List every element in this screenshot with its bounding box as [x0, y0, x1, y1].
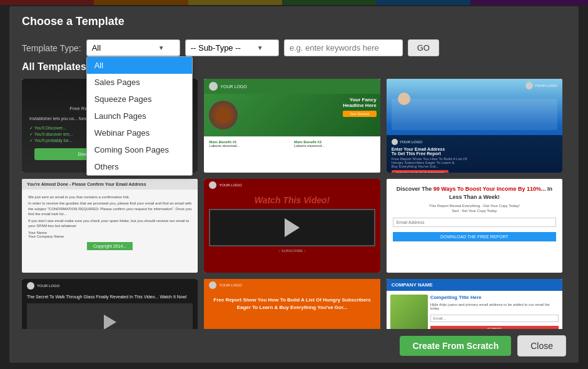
tpl4-text1: We just sent an email to you that contai…	[28, 195, 191, 200]
template-card-inner: YOUR LOGO YOUR LOGO	[387, 79, 562, 173]
tpl2-headline-area: Your FancyHeadline Here Get Started	[343, 97, 376, 117]
filter-bar: Template Type: All ▼ All Sales Pages Squ…	[9, 34, 579, 61]
tpl6-title: Discover The 99 Ways To Boost Your Incom…	[387, 179, 562, 204]
template-card[interactable]: Discover The 99 Ways To Boost Your Incom…	[387, 179, 562, 273]
tpl4-text2: In order to receive the goodies that we …	[28, 201, 191, 216]
tpl2-cta-btn: Get Started	[343, 111, 376, 117]
modal-overlay: Choose a Template Template Type: All ▼ A…	[0, 0, 588, 369]
template-card-inner: Discover The 99 Ways To Boost Your Incom…	[387, 179, 562, 273]
tpl9-body: Compelling Title Here Hijila thijio juan…	[387, 291, 562, 329]
tpl4-header: You're Almost Done - Please Confirm Your…	[22, 179, 198, 190]
tpl5-logo-dot	[209, 181, 216, 189]
tpl2-header: YOUR LOGO	[204, 79, 380, 94]
template-card[interactable]: COMPANY NAME Compelling Title Here Hijil…	[387, 279, 562, 329]
tpl9-card-title: Compelling Title Here	[430, 295, 559, 300]
tpl6-email-input[interactable]	[393, 218, 556, 227]
template-card-inner: YOUR LOGO Watch This Video! ↓ SUBSCRIBE …	[204, 179, 380, 273]
type-option-sales[interactable]: Sales Pages	[87, 74, 192, 91]
template-card[interactable]: YOUR LOGO Free Report Show You How To Bu…	[204, 279, 380, 329]
template-card-inner: YOUR LOGO The Secret To Walk Through Gla…	[22, 279, 198, 329]
tpl4-btn: Copyright 2014...	[87, 242, 133, 250]
tpl9-submit-btn: SUBMIT	[430, 326, 559, 329]
tpl6-download-btn: DOWNLOAD THE FREE REPORT	[393, 232, 556, 241]
tpl3-logo2: YOUR LOGO	[392, 139, 557, 145]
modal-title: Choose a Template	[22, 15, 124, 28]
tpl2-headline: Your FancyHeadline Here	[343, 97, 376, 108]
tpl5-title: Watch This Video!	[204, 191, 380, 209]
type-dropdown-wrapper[interactable]: All ▼ All Sales Pages Squeeze Pages Laun…	[86, 39, 180, 56]
tpl3-subtext: Free Report Show You How To Build A List…	[392, 157, 557, 168]
tpl2-img-area: Your FancyHeadline Here Get Started	[204, 94, 380, 136]
modal-footer: Create From Scratch Close	[9, 329, 579, 363]
type-option-squeeze[interactable]: Squeeze Pages	[87, 91, 192, 108]
tpl7-logo: YOUR LOGO	[22, 279, 198, 293]
tpl3-overlay: YOUR LOGO Enter Your Email AddressTo Get…	[387, 135, 562, 173]
go-button[interactable]: GO	[408, 39, 439, 56]
search-input[interactable]	[284, 39, 403, 56]
tpl6-sub2: Sed - Set Your Copy Today	[387, 208, 562, 214]
tpl6-highlight: 99 Ways To Boost Your Income By 110%...	[433, 186, 546, 192]
type-dropdown-arrow: ▼	[158, 44, 165, 51]
type-label: Template Type:	[22, 43, 81, 53]
tpl2-logo-text: YOUR LOGO	[220, 84, 246, 89]
tpl3-logo-text: YOUR LOGO	[535, 84, 557, 88]
template-card[interactable]: YOUR LOGO Your FancyHeadline Here Get St…	[204, 79, 380, 173]
tpl9-email-input[interactable]	[430, 315, 559, 322]
tpl4-name: Your NameYour Company Name	[28, 231, 191, 238]
tpl3-person-head	[398, 93, 410, 105]
type-option-webinar[interactable]: Webinar Pages	[87, 124, 192, 141]
type-dropdown-btn[interactable]: All ▼	[86, 39, 180, 56]
subtype-dropdown-wrapper[interactable]: -- Sub-Type -- ▼	[185, 39, 279, 56]
type-option-coming-soon[interactable]: Coming Soon Pages	[87, 141, 192, 158]
template-card-inner: You're Almost Done - Please Confirm Your…	[22, 179, 198, 273]
template-card-inner: YOUR LOGO Your FancyHeadline Here Get St…	[204, 79, 380, 173]
tpl8-header: YOUR LOGO	[204, 279, 380, 291]
tpl7-headline: The Secret To Walk Through Glass Finally…	[22, 293, 198, 301]
tpl3-headline: Enter Your Email AddressTo Get This Free…	[392, 147, 557, 156]
close-button[interactable]: Close	[517, 335, 566, 356]
tpl2-food-img	[209, 101, 238, 129]
tpl8-dot	[209, 281, 216, 289]
subtype-dropdown-arrow: ▼	[257, 44, 263, 51]
type-option-others[interactable]: Others	[87, 158, 192, 175]
tpl2-benefit1: Main Benefit #1 Laboris eiusmod...	[209, 140, 290, 148]
tpl9-content: Compelling Title Here Hijila thijio juan…	[430, 295, 559, 329]
tpl9-text1: Hijila thijio juano and primary email ad…	[430, 303, 559, 310]
template-card[interactable]: You're Almost Done - Please Confirm Your…	[22, 179, 198, 273]
type-dropdown-menu: All Sales Pages Squeeze Pages Launch Pag…	[86, 56, 193, 176]
tpl2-benefit2: Main Benefit #2 Laboris eiusmod...	[294, 140, 375, 148]
create-from-scratch-button[interactable]: Create From Scratch	[400, 336, 511, 356]
tpl5-logo-text: YOUR LOGO	[219, 183, 241, 187]
tpl7-logo-text: YOUR LOGO	[37, 284, 59, 288]
template-modal: Choose a Template Template Type: All ▼ A…	[9, 6, 579, 363]
tpl3-logo2-text: YOUR LOGO	[400, 140, 422, 144]
tpl3-cta-btn: DOWNLOAD THE REPORT	[392, 170, 449, 173]
tpl5-video	[209, 209, 375, 246]
subtype-dropdown-btn[interactable]: -- Sub-Type -- ▼	[185, 39, 279, 56]
subtype-selected-value: -- Sub-Type --	[191, 43, 241, 53]
tpl5-play-icon	[285, 218, 300, 237]
tpl2-benefits: Main Benefit #1 Laboris eiusmod... Main …	[204, 136, 380, 151]
template-card-inner: YOUR LOGO Free Report Show You How To Bu…	[204, 279, 380, 329]
template-card[interactable]: YOUR LOGO Watch This Video! ↓ SUBSCRIBE …	[204, 179, 380, 273]
tpl3-logo: YOUR LOGO	[525, 82, 557, 89]
type-selected-value: All	[92, 43, 101, 53]
template-card[interactable]: YOUR LOGO YOUR LOGO	[387, 79, 562, 173]
tpl5-caption: ↓ SUBSCRIBE ↓	[204, 246, 380, 255]
template-card[interactable]: YOUR LOGO The Secret To Walk Through Gla…	[22, 279, 198, 329]
tpl7-dot	[27, 282, 34, 290]
template-card-inner: COMPANY NAME Compelling Title Here Hijil…	[387, 279, 562, 329]
tpl8-logo-text: YOUR LOGO	[219, 283, 241, 287]
tpl9-img	[390, 295, 428, 329]
tpl9-header: COMPANY NAME	[387, 279, 562, 291]
tpl5-header: YOUR LOGO	[204, 179, 380, 191]
tpl7-video	[27, 303, 193, 329]
modal-header: Choose a Template	[9, 6, 579, 34]
tpl3-logo-dot	[525, 82, 533, 89]
tpl9-company-name: COMPANY NAME	[392, 282, 433, 288]
type-option-launch[interactable]: Launch Pages	[87, 108, 192, 124]
tpl4-body: We just sent an email to you that contai…	[22, 190, 198, 258]
type-option-all[interactable]: All	[87, 57, 192, 74]
tpl7-play-icon	[104, 315, 116, 329]
tpl3-logo2-dot	[392, 139, 398, 145]
